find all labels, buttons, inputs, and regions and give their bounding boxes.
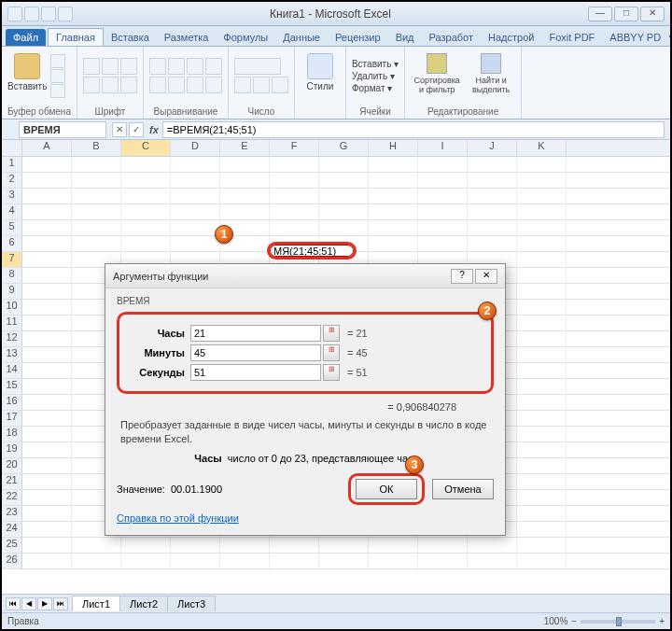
cell[interactable]	[270, 157, 319, 172]
cell[interactable]	[468, 220, 517, 235]
zoom-in-icon[interactable]: +	[659, 616, 665, 626]
tab-home[interactable]: Главная	[48, 28, 104, 46]
cell[interactable]	[22, 284, 72, 299]
cell[interactable]	[418, 236, 468, 251]
align-right-icon[interactable]	[187, 77, 203, 93]
cell[interactable]	[22, 506, 72, 521]
cell[interactable]	[171, 554, 220, 568]
cell[interactable]	[121, 220, 171, 235]
cell[interactable]	[22, 363, 72, 378]
range-picker-icon[interactable]: ⊞	[323, 364, 340, 381]
cell[interactable]	[418, 173, 468, 188]
row-header[interactable]: 17	[2, 411, 22, 426]
cell[interactable]	[22, 442, 72, 457]
cell[interactable]	[72, 236, 121, 251]
row-header[interactable]: 25	[2, 538, 22, 553]
cell[interactable]	[517, 347, 567, 362]
cell[interactable]	[319, 220, 369, 235]
cells-format[interactable]: Формат ▾	[352, 83, 399, 93]
sort-filter-button[interactable]: Сортировка и фильтр	[411, 51, 463, 100]
cell[interactable]	[369, 236, 418, 251]
cell[interactable]	[517, 379, 567, 394]
cell[interactable]	[171, 189, 220, 203]
row-header[interactable]: 15	[2, 379, 22, 394]
tab-formulas[interactable]: Формулы	[216, 29, 275, 46]
tab-view[interactable]: Вид	[388, 29, 422, 46]
cell[interactable]	[517, 220, 567, 235]
col-j[interactable]: J	[468, 140, 517, 156]
font-color-button[interactable]	[120, 77, 137, 93]
ok-button[interactable]: ОК	[356, 479, 417, 499]
cell[interactable]	[468, 157, 517, 172]
cell[interactable]	[171, 538, 220, 553]
cell[interactable]	[22, 204, 72, 219]
fill-button[interactable]	[102, 77, 119, 93]
cell[interactable]	[72, 189, 121, 203]
cell[interactable]	[517, 554, 567, 568]
col-f[interactable]: F	[270, 140, 319, 156]
help-icon[interactable]: ?	[668, 33, 672, 46]
merge-icon[interactable]	[205, 77, 222, 93]
cell[interactable]	[517, 490, 567, 505]
col-b[interactable]: B	[72, 140, 121, 156]
row-header[interactable]: 22	[2, 490, 22, 505]
minimize-button[interactable]: —	[588, 7, 612, 21]
cell[interactable]	[22, 490, 72, 505]
cell[interactable]	[418, 220, 468, 235]
undo-icon[interactable]	[41, 7, 56, 21]
cell[interactable]	[22, 522, 72, 537]
cell[interactable]	[22, 411, 72, 426]
cell[interactable]	[418, 157, 468, 172]
cell[interactable]	[418, 204, 468, 219]
cell[interactable]	[517, 252, 567, 267]
cell[interactable]	[369, 189, 418, 203]
row-header[interactable]: 21	[2, 474, 22, 489]
cell[interactable]	[270, 204, 319, 219]
zoom-out-icon[interactable]: −	[571, 616, 577, 626]
cell[interactable]	[22, 252, 72, 267]
sheet-tab-1[interactable]: Лист1	[72, 596, 120, 611]
cell[interactable]	[72, 204, 121, 219]
cell[interactable]	[517, 522, 567, 537]
cell[interactable]	[270, 220, 319, 235]
cell[interactable]	[517, 442, 567, 457]
cell[interactable]	[369, 173, 418, 188]
row-header[interactable]: 11	[2, 316, 22, 330]
cell[interactable]	[72, 538, 121, 553]
cell[interactable]	[72, 554, 121, 568]
cells-delete[interactable]: Удалить ▾	[352, 71, 399, 81]
tab-file[interactable]: Файл	[6, 29, 46, 46]
cell[interactable]	[22, 316, 72, 330]
col-a[interactable]: A	[22, 140, 72, 156]
tab-layout[interactable]: Разметка	[157, 29, 217, 46]
col-c[interactable]: C	[121, 140, 171, 156]
row-header[interactable]: 3	[2, 189, 22, 203]
cell[interactable]	[121, 554, 171, 568]
cell[interactable]	[517, 316, 567, 330]
arg-hours-input[interactable]	[190, 325, 321, 342]
cell[interactable]	[220, 554, 270, 568]
cell[interactable]	[517, 268, 567, 283]
row-header[interactable]: 20	[2, 458, 22, 473]
cell[interactable]	[270, 554, 319, 568]
cell[interactable]	[121, 173, 171, 188]
row-header[interactable]: 2	[2, 173, 22, 188]
cell[interactable]	[220, 204, 270, 219]
row-header[interactable]: 5	[2, 220, 22, 235]
cell[interactable]	[22, 236, 72, 251]
dialog-help-icon[interactable]: ?	[451, 269, 473, 284]
col-d[interactable]: D	[171, 140, 220, 156]
col-g[interactable]: G	[319, 140, 369, 156]
tab-review[interactable]: Рецензир	[328, 29, 388, 46]
row-header[interactable]: 13	[2, 347, 22, 362]
underline-button[interactable]	[120, 58, 137, 75]
cell[interactable]	[369, 554, 418, 568]
active-cell-c7[interactable]: МЯ(21;45;51)	[267, 242, 357, 259]
arg-seconds-input[interactable]	[190, 364, 321, 381]
cell[interactable]	[468, 236, 517, 251]
cell[interactable]	[220, 157, 270, 172]
percent-icon[interactable]	[253, 77, 270, 93]
align-top-icon[interactable]	[149, 58, 166, 75]
cell[interactable]	[121, 538, 171, 553]
cell[interactable]	[517, 157, 567, 172]
